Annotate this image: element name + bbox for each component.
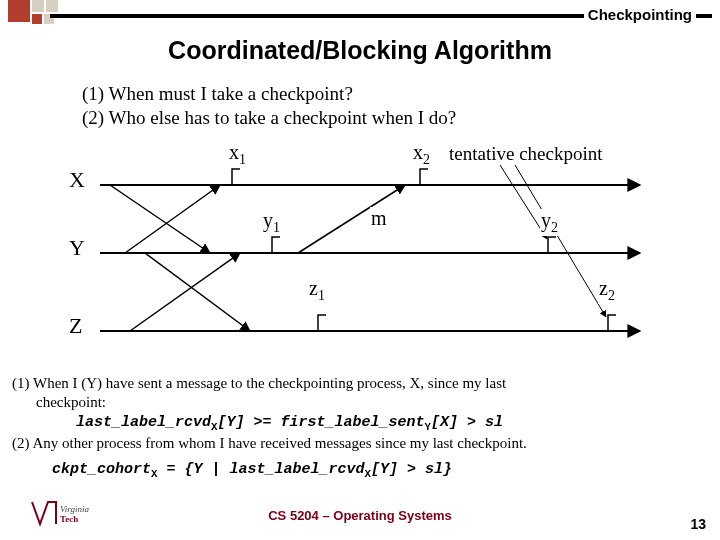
z2-label: z2 xyxy=(598,277,616,304)
svg-line-7 xyxy=(298,185,405,253)
process-Z-label: Z xyxy=(68,313,83,339)
explain-2: (2) Any other process from whom I have r… xyxy=(12,434,708,453)
y1-label: y1 xyxy=(262,209,281,236)
lead-questions: (1) When must I take a checkpoint? (2) W… xyxy=(82,82,456,130)
slide-header: Checkpointing xyxy=(0,0,720,28)
slide-title: Coordinated/Blocking Algorithm xyxy=(0,36,720,65)
question-1: (1) When must I take a checkpoint? xyxy=(82,82,456,106)
explain-1: (1) When I (Y) have sent a message to th… xyxy=(12,374,708,412)
svg-line-6 xyxy=(130,253,240,331)
diagram-svg xyxy=(70,145,650,360)
svg-line-9 xyxy=(515,165,606,317)
y2-label: y2 xyxy=(540,209,559,236)
header-topic: Checkpointing xyxy=(584,6,696,23)
process-Y-label: Y xyxy=(68,235,86,261)
timeline-diagram: X Y Z x1 x2 tentative checkpoint y1 m y2… xyxy=(70,145,650,360)
svg-line-5 xyxy=(145,253,250,331)
footer-course: CS 5204 – Operating Systems xyxy=(0,508,720,523)
slide-footer: Virginia Tech CS 5204 – Operating System… xyxy=(0,508,720,532)
x1-label: x1 xyxy=(228,141,247,168)
m-label: m xyxy=(370,207,388,230)
explanation-block: (1) When I (Y) have sent a message to th… xyxy=(12,374,708,481)
condition-1: last_label_rcvdX[Y] >= first_label_sentY… xyxy=(12,412,708,434)
svg-line-4 xyxy=(125,185,220,253)
cohort-formula: ckpt_cohortX = {Y | last_label_rcvdX[Y] … xyxy=(12,459,708,481)
svg-line-3 xyxy=(110,185,210,253)
z1-label: z1 xyxy=(308,277,326,304)
x2-label: x2 xyxy=(412,141,431,168)
process-X-label: X xyxy=(68,167,86,193)
question-2: (2) Who else has to take a checkpoint wh… xyxy=(82,106,456,130)
page-number: 13 xyxy=(690,516,706,532)
tentative-label: tentative checkpoint xyxy=(448,143,604,165)
